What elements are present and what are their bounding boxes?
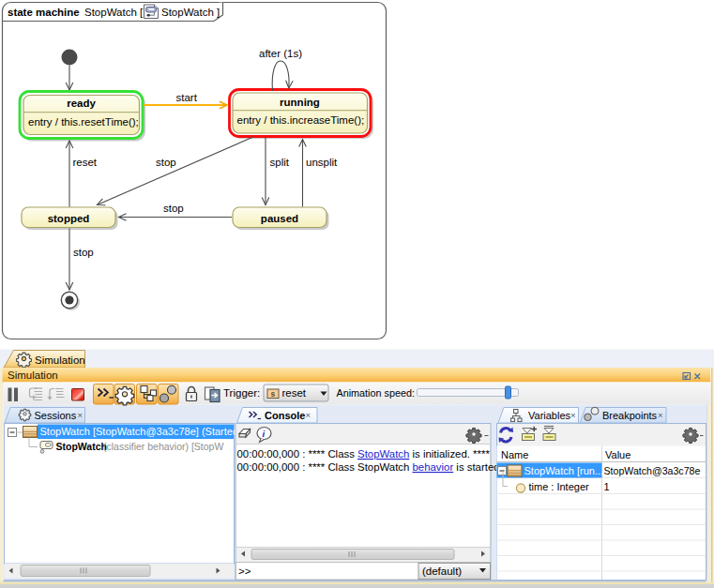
svg-text:entry / this.increaseTime();: entry / this.increaseTime(); [237,114,365,126]
svg-text:StopWatch [StopWatch@3a3c78e]: StopWatch [StopWatch@3a3c78e] (Started [40,426,239,437]
svg-text:stop: stop [163,203,184,214]
svg-text:paused: paused [261,213,298,224]
svg-text:stopped: stopped [48,213,90,224]
svg-text:1: 1 [604,481,610,492]
svg-text:(classifier behavior) [StopW: (classifier behavior) [StopW [103,441,223,452]
svg-text:00:00:00,000 : **** Class Stop: 00:00:00,000 : **** Class StopWatch beha… [237,461,503,473]
svg-text:×: × [570,410,576,420]
svg-text:StopWatch [: StopWatch [ [84,7,144,18]
svg-text:state machine: state machine [8,7,80,18]
svg-text:StopWatch: StopWatch [56,441,107,452]
svg-text:Trigger:: Trigger: [223,387,260,399]
svg-text:ready: ready [67,98,96,109]
svg-text:StopWatch@3a3c78e: StopWatch@3a3c78e [604,465,701,476]
svg-text:start: start [176,92,198,103]
svg-text:(default): (default) [422,565,462,577]
svg-text:s: s [271,389,276,399]
svg-text:after (1s): after (1s) [259,48,302,59]
svg-text:i: i [263,429,266,439]
svg-text:reset: reset [282,387,307,399]
svg-text:StopWatch ]: StopWatch ] [161,7,220,18]
svg-text:entry / this.resetTime();: entry / this.resetTime(); [28,116,139,128]
svg-text:stop: stop [73,247,94,258]
svg-text:×: × [78,410,84,420]
svg-text:Value: Value [605,449,630,460]
svg-text:Breakpoints: Breakpoints [602,410,658,421]
svg-text:unsplit: unsplit [306,157,338,168]
svg-text:Animation speed:: Animation speed: [337,387,415,399]
svg-text:00:00:00,000 : **** Class Stop: 00:00:00,000 : **** Class StopWatch is i… [237,448,491,460]
svg-text:running: running [280,97,320,108]
svg-text:StopWatch [run...: StopWatch [run... [524,465,604,476]
svg-text:Sessions: Sessions [35,410,77,421]
svg-text:time : Integer: time : Integer [529,481,590,492]
svg-text:Name: Name [501,449,528,460]
svg-text:×: × [658,410,663,420]
svg-text:>>: >> [238,565,251,577]
svg-text:Console: Console [265,410,305,421]
svg-text:stop: stop [156,157,176,168]
svg-text:Simulation: Simulation [8,369,58,381]
svg-text:Simulation: Simulation [35,354,85,366]
svg-text:Variables: Variables [528,410,571,421]
svg-text:split: split [270,157,290,168]
svg-text:reset: reset [73,157,98,168]
svg-text:×: × [306,410,311,420]
